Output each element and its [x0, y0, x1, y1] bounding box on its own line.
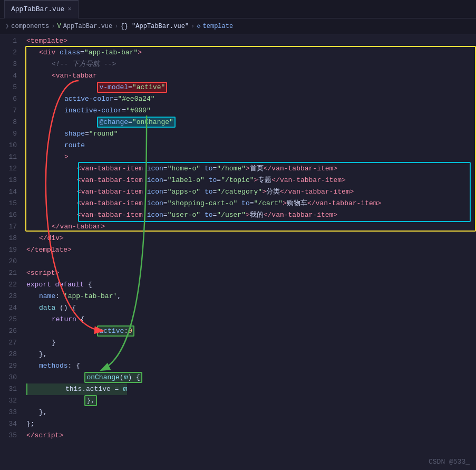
watermark: CSDN @533_: [429, 458, 470, 466]
code-line-8: @change="onChange": [26, 117, 476, 128]
code-line-16: <van-tabbar-item icon="user-o" to="/user…: [26, 209, 476, 221]
code-line-20: [26, 256, 476, 267]
ln-15: 15: [0, 198, 17, 209]
ln-18: 18: [0, 233, 17, 244]
ln-27: 27: [0, 337, 17, 349]
code-line-9: shape="round": [26, 128, 476, 140]
code-line-13: <van-tabbar-item icon="label-o" to="/top…: [26, 175, 476, 186]
code-line-21: <script>: [26, 267, 476, 279]
code-line-24: data () {: [26, 302, 476, 314]
code-line-17: </van-tabbar>: [26, 221, 476, 233]
ln-34: 34: [0, 418, 17, 430]
code-line-23: name: 'app-tab-bar',: [26, 291, 476, 302]
script-open: <script>: [26, 267, 59, 279]
line-numbers: 1 2 3 4 5 6 7 8 9 10 11 12 13 14 15 16 1…: [0, 34, 21, 470]
ln-22: 22: [0, 279, 17, 291]
obj-close-line: };: [26, 418, 35, 430]
code-line-10: route: [26, 140, 476, 151]
ln-20: 20: [0, 256, 17, 267]
code-line-27: }: [26, 337, 476, 349]
tab-close-button[interactable]: ×: [67, 6, 71, 13]
item-cart-line: <van-tabbar-item icon="shopping-cart-o" …: [26, 198, 381, 209]
breadcrumb-sep-2: ›: [114, 23, 118, 30]
breadcrumb-template: template: [203, 23, 234, 30]
ln-30: 30: [0, 372, 17, 383]
ln-4: 4: [0, 70, 17, 82]
tab-filename: AppTabBar.vue: [11, 5, 64, 13]
item-user-line: <van-tabbar-item icon="user-o" to="/user…: [26, 209, 337, 221]
ln-9: 9: [0, 128, 17, 140]
ln-7: 7: [0, 105, 17, 117]
breadcrumb-chevron: ❯: [5, 22, 9, 30]
ln-31: 31: [0, 383, 17, 395]
ln-23: 23: [0, 291, 17, 302]
code-content: <template> <div class="app-tab-bar"> <!-…: [21, 34, 476, 470]
code-line-22: export default {: [26, 279, 476, 291]
ln-3: 3: [0, 59, 17, 70]
breadcrumb-components: components: [11, 23, 49, 30]
name-line: name: 'app-tab-bar',: [26, 291, 121, 302]
active-color-line: active-color="#ee0a24": [26, 93, 155, 105]
code-line-5: v-model="active": [26, 82, 476, 93]
ln-25: 25: [0, 314, 17, 325]
ln-5: 5: [0, 82, 17, 93]
code-line-11: >: [26, 151, 476, 163]
breadcrumb-template-icon: ◇: [197, 22, 200, 30]
export-brace: {: [84, 279, 92, 291]
route-line: route: [26, 140, 85, 151]
editor: 1 2 3 4 5 6 7 8 9 10 11 12 13 14 15 16 1…: [0, 34, 476, 470]
script-close: </script>: [26, 430, 63, 442]
breadcrumb-sep-3: ›: [191, 23, 195, 30]
code-line-30: onChange(m) {: [26, 372, 476, 383]
ln-17: 17: [0, 221, 17, 233]
code-line-35: </script>: [26, 430, 476, 442]
breadcrumb-vue-icon: V: [57, 23, 61, 30]
tab-item[interactable]: AppTabBar.vue ×: [4, 0, 79, 18]
data-fn-line: data () {: [26, 302, 76, 314]
code-line-12: <van-tabbar-item icon="home-o" to="/home…: [26, 163, 476, 175]
ln-28: 28: [0, 349, 17, 360]
return-close-line: }: [26, 337, 56, 349]
ln-21: 21: [0, 267, 17, 279]
code-line-15: <van-tabbar-item icon="shopping-cart-o" …: [26, 198, 476, 209]
code-line-34: };: [26, 418, 476, 430]
div-close: </div>: [26, 233, 64, 244]
ln-19: 19: [0, 244, 17, 256]
tag-template-open: <template>: [26, 35, 67, 47]
ln-1: 1: [0, 35, 17, 47]
ln-29: 29: [0, 360, 17, 372]
item-category-line: <van-tabbar-item icon="apps-o" to="/cate…: [26, 186, 354, 198]
item-topic-line: <van-tabbar-item icon="label-o" to="/top…: [26, 175, 346, 186]
code-line-18: </div>: [26, 233, 476, 244]
ln-32: 32: [0, 395, 17, 407]
gt-line: >: [26, 151, 69, 163]
ln-10: 10: [0, 140, 17, 151]
code-line-32: },: [26, 395, 476, 407]
breadcrumb-file: AppTabBar.vue: [63, 23, 113, 30]
breadcrumb: ❯ components › V AppTabBar.vue › {} "App…: [0, 18, 476, 34]
shape-line: shape="round": [26, 128, 118, 140]
code-line-33: },: [26, 407, 476, 418]
ln-35: 35: [0, 430, 17, 442]
ln-13: 13: [0, 175, 17, 186]
code-line-2: <div class="app-tab-bar">: [26, 47, 476, 59]
template-close: </template>: [26, 244, 72, 256]
ln-12: 12: [0, 163, 17, 175]
export-default: export default: [26, 279, 84, 291]
tab-bar: AppTabBar.vue ×: [0, 0, 476, 18]
item-home-line: <van-tabbar-item icon="home-o" to="/home…: [26, 163, 337, 175]
code-line-6: active-color="#ee0a24": [26, 93, 476, 105]
breadcrumb-sep-1: ›: [51, 23, 55, 30]
code-line-14: <van-tabbar-item icon="apps-o" to="/cate…: [26, 186, 476, 198]
code-line-1: <template>: [26, 35, 476, 47]
ln-16: 16: [0, 209, 17, 221]
van-tabbar-close: </van-tabbar>: [26, 221, 105, 233]
code-line-19: </template>: [26, 244, 476, 256]
ln-24: 24: [0, 302, 17, 314]
ln-11: 11: [0, 151, 17, 163]
code-line-26: active:0: [26, 325, 476, 337]
div-open-code: <div class="app-tab-bar">: [26, 47, 142, 59]
ln-33: 33: [0, 407, 17, 418]
comment-nav: <!-- 下方导航 -->: [26, 59, 116, 70]
data-close-line: },: [26, 349, 47, 360]
